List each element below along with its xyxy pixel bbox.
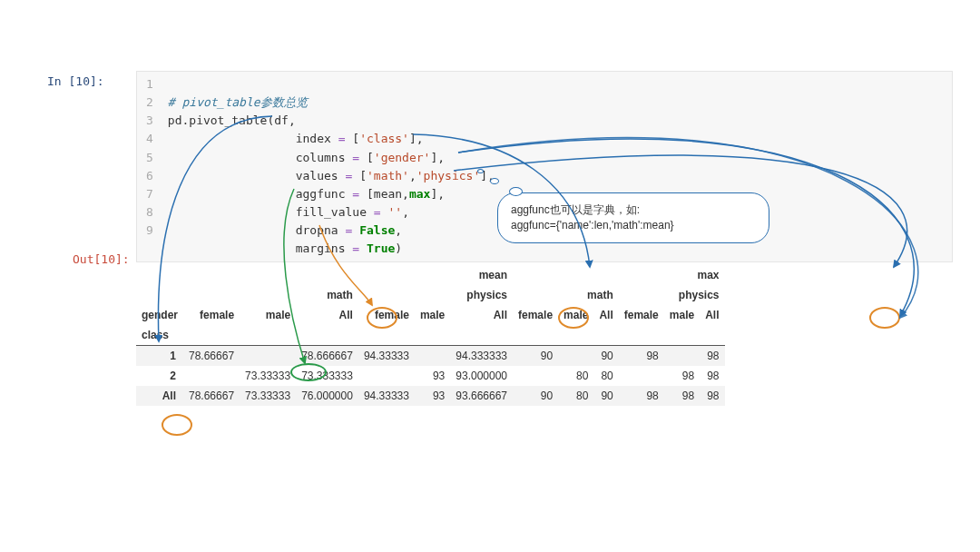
prompt-out: Out[10]:	[73, 252, 130, 266]
notebook-cell: In [10]: Out[10]: 123 456 789 # pivot_ta…	[0, 0, 980, 552]
annotation-callout: aggfunc也可以是字典，如: aggfunc={'name':len,'ma…	[497, 192, 769, 243]
bubble-icon	[509, 187, 523, 196]
table-row: 2 73.3333373.333333 9393.000000 8080 989…	[136, 366, 725, 386]
output-pivot-table: mean max math physics math physics gende…	[136, 265, 725, 406]
table-row: All 78.6666773.3333376.000000 94.3333393…	[136, 386, 725, 406]
code-gutter: 123 456 789	[137, 72, 162, 261]
highlight-ring	[162, 414, 192, 436]
prompt-in: In [10]:	[47, 74, 104, 88]
bubble-icon	[477, 169, 484, 173]
code-body: # pivot_table参数总览 pd.pivot_table(df, ind…	[162, 72, 504, 261]
highlight-ring	[869, 307, 900, 329]
bubble-icon	[490, 178, 499, 184]
table-row: 1 78.6666778.666667 94.3333394.333333 90…	[136, 346, 725, 367]
